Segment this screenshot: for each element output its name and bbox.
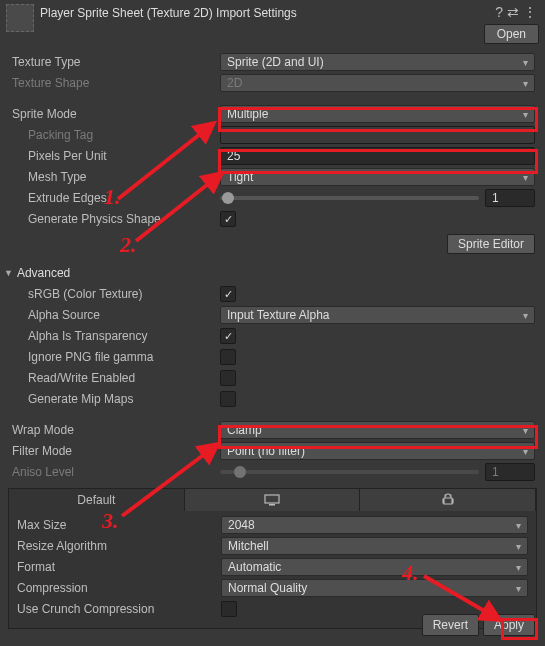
alpha-source-label: Alpha Source — [10, 308, 220, 322]
mesh-type-dropdown[interactable]: Tight — [220, 168, 535, 186]
advanced-foldout-icon[interactable]: ▼ — [4, 268, 13, 278]
resize-algorithm-dropdown[interactable]: Mitchell — [221, 537, 528, 555]
srgb-checkbox[interactable]: ✓ — [220, 286, 236, 302]
wrap-mode-label: Wrap Mode — [10, 423, 220, 437]
filter-mode-dropdown[interactable]: Point (no filter) — [220, 442, 535, 460]
menu-icon[interactable]: ⋮ — [523, 4, 537, 20]
texture-shape-dropdown: 2D — [220, 74, 535, 92]
texture-type-dropdown[interactable]: Sprite (2D and UI) — [220, 53, 535, 71]
extrude-edges-slider[interactable] — [220, 196, 479, 200]
sprite-editor-button[interactable]: Sprite Editor — [447, 234, 535, 254]
advanced-label[interactable]: Advanced — [17, 266, 70, 280]
read-write-label: Read/Write Enabled — [10, 371, 220, 385]
sprite-mode-label: Sprite Mode — [10, 107, 220, 121]
inspector-title: Player Sprite Sheet (Texture 2D) Import … — [40, 4, 478, 20]
alpha-source-dropdown[interactable]: Input Texture Alpha — [220, 306, 535, 324]
srgb-label: sRGB (Color Texture) — [10, 287, 220, 301]
platform-tab-standalone[interactable] — [185, 489, 361, 511]
android-icon — [441, 493, 455, 507]
sprite-mode-dropdown[interactable]: Multiple — [220, 105, 535, 123]
platform-tab-default[interactable]: Default — [9, 489, 185, 511]
packing-tag-label: Packing Tag — [10, 128, 220, 142]
compression-dropdown[interactable]: Normal Quality — [221, 579, 528, 597]
help-icon[interactable]: ? — [495, 4, 503, 20]
monitor-icon — [264, 494, 280, 506]
texture-shape-label: Texture Shape — [10, 76, 220, 90]
compression-label: Compression — [17, 581, 221, 595]
pixels-per-unit-input[interactable]: 25 — [220, 147, 535, 165]
format-dropdown[interactable]: Automatic — [221, 558, 528, 576]
extrude-edges-label: Extrude Edges — [10, 191, 220, 205]
svg-rect-0 — [265, 495, 279, 503]
crunch-checkbox[interactable] — [221, 601, 237, 617]
aniso-level-value: 1 — [485, 463, 535, 481]
aniso-level-label: Aniso Level — [10, 465, 220, 479]
open-button[interactable]: Open — [484, 24, 539, 44]
crunch-label: Use Crunch Compression — [17, 602, 221, 616]
generate-physics-checkbox[interactable]: ✓ — [220, 211, 236, 227]
generate-physics-label: Generate Physics Shape — [10, 212, 220, 226]
format-label: Format — [17, 560, 221, 574]
texture-type-label: Texture Type — [10, 55, 220, 69]
aniso-level-slider — [220, 470, 479, 474]
filter-mode-label: Filter Mode — [10, 444, 220, 458]
read-write-checkbox[interactable] — [220, 370, 236, 386]
ignore-png-checkbox[interactable] — [220, 349, 236, 365]
resize-algorithm-label: Resize Algorithm — [17, 539, 221, 553]
max-size-dropdown[interactable]: 2048 — [221, 516, 528, 534]
wrap-mode-dropdown[interactable]: Clamp — [220, 421, 535, 439]
extrude-edges-value[interactable]: 1 — [485, 189, 535, 207]
mesh-type-label: Mesh Type — [10, 170, 220, 184]
alpha-transparency-checkbox[interactable]: ✓ — [220, 328, 236, 344]
ignore-png-label: Ignore PNG file gamma — [10, 350, 220, 364]
revert-button[interactable]: Revert — [422, 614, 479, 636]
packing-tag-input — [220, 126, 535, 144]
pixels-per-unit-label: Pixels Per Unit — [10, 149, 220, 163]
max-size-label: Max Size — [17, 518, 221, 532]
preset-icon[interactable]: ⇄ — [507, 4, 519, 20]
texture-preview-icon — [6, 4, 34, 32]
apply-button[interactable]: Apply — [483, 614, 535, 636]
platform-tab-android[interactable] — [360, 489, 536, 511]
svg-rect-1 — [269, 504, 275, 506]
alpha-transparency-label: Alpha Is Transparency — [10, 329, 220, 343]
mip-maps-label: Generate Mip Maps — [10, 392, 220, 406]
mip-maps-checkbox[interactable] — [220, 391, 236, 407]
